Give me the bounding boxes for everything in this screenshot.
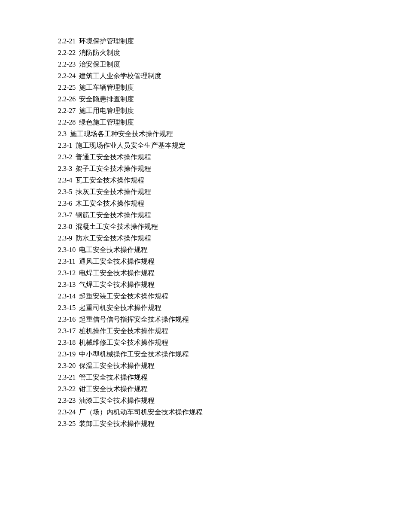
toc-entry-number: 2.3-24 (58, 408, 76, 416)
toc-entry-number: 2.3-25 (58, 420, 76, 427)
toc-entry: 2.2-21环境保护管理制度 (58, 35, 337, 47)
toc-entry-number: 2.3-15 (58, 304, 76, 311)
toc-entry-number: 2.3-9 (58, 234, 72, 242)
toc-entry: 2.3-22钳工安全技术操作规程 (58, 383, 337, 395)
toc-entry: 2.3-11通风工安全技术操作规程 (58, 255, 337, 267)
toc-entry-title: 起重安装工安全技术操作规程 (79, 292, 168, 300)
toc-entry-title: 机械维修工安全技术操作规程 (79, 339, 168, 346)
toc-entry: 2.3-14起重安装工安全技术操作规程 (58, 290, 337, 302)
toc-entry: 2.3施工现场各工种安全技术操作规程 (58, 128, 337, 140)
toc-entry-number: 2.3-21 (58, 374, 76, 381)
toc-entry-title: 油漆工安全技术操作规程 (79, 397, 155, 404)
toc-entry: 2.3-6木工安全技术操作规程 (58, 198, 337, 209)
toc-entry-title: 气焊工安全技术操作规程 (79, 281, 155, 288)
toc-entry-title: 电工安全技术操作规程 (79, 246, 148, 253)
toc-entry: 2.2-25施工车辆管理制度 (58, 82, 337, 93)
toc-entry: 2.3-24厂（场）内机动车司机安全技术操作规程 (58, 406, 337, 418)
toc-entry-title: 施工现场作业人员安全生产基本规定 (76, 142, 185, 149)
toc-entry-title: 施工现场各工种安全技术操作规程 (70, 130, 173, 137)
toc-entry-title: 厂（场）内机动车司机安全技术操作规程 (79, 408, 203, 416)
toc-entry-number: 2.3-4 (58, 176, 72, 184)
toc-entry: 2.2-27施工用电管理制度 (58, 105, 337, 116)
toc-entry-title: 抹灰工安全技术操作规程 (76, 188, 151, 195)
toc-entry-number: 2.2-27 (58, 107, 76, 114)
toc-entry: 2.3-13气焊工安全技术操作规程 (58, 279, 337, 290)
toc-entry: 2.3-3架子工安全技术操作规程 (58, 163, 337, 174)
toc-entry-title: 施工车辆管理制度 (79, 84, 134, 91)
toc-entry: 2.3-1施工现场作业人员安全生产基本规定 (58, 140, 337, 151)
toc-entry-number: 2.3-3 (58, 165, 72, 172)
toc-entry-title: 钳工安全技术操作规程 (79, 385, 148, 392)
toc-entry: 2.3-4瓦工安全技术操作规程 (58, 174, 337, 186)
toc-entry: 2.3-19中小型机械操作工安全技术操作规程 (58, 348, 337, 360)
toc-entry: 2.3-7钢筋工安全技术操作规程 (58, 209, 337, 221)
toc-entry: 2.3-10电工安全技术操作规程 (58, 244, 337, 255)
toc-entry-title: 钢筋工安全技术操作规程 (76, 211, 151, 219)
toc-entry-number: 2.3-17 (58, 327, 76, 334)
toc-entry-number: 2.2-25 (58, 84, 76, 91)
toc-entry: 2.3-17桩机操作工安全技术操作规程 (58, 325, 337, 337)
toc-entry-number: 2.3-14 (58, 292, 76, 300)
toc-entry-title: 保温工安全技术操作规程 (79, 362, 155, 369)
toc-entry: 2.3-2普通工安全技术操作规程 (58, 151, 337, 163)
toc-entry-number: 2.3-10 (58, 246, 76, 253)
toc-entry-title: 普通工安全技术操作规程 (76, 153, 151, 161)
toc-list: 2.2-21环境保护管理制度2.2-22消防防火制度2.2-23治安保卫制度2.… (58, 35, 337, 429)
toc-entry-title: 电焊工安全技术操作规程 (79, 269, 155, 277)
toc-entry: 2.3-25装卸工安全技术操作规程 (58, 418, 337, 429)
toc-entry-title: 桩机操作工安全技术操作规程 (79, 327, 168, 334)
toc-entry: 2.3-21管工安全技术操作规程 (58, 371, 337, 383)
toc-entry-number: 2.2-21 (58, 37, 76, 45)
toc-entry-number: 2.2-26 (58, 95, 76, 103)
toc-entry-number: 2.3-12 (58, 269, 76, 277)
toc-entry-title: 通风工安全技术操作规程 (79, 258, 155, 265)
toc-entry-title: 瓦工安全技术操作规程 (76, 176, 144, 184)
toc-entry-number: 2.3-13 (58, 281, 76, 288)
toc-entry-number: 2.3-23 (58, 397, 76, 404)
toc-entry-title: 起重司机安全技术操作规程 (79, 304, 161, 311)
toc-entry-number: 2.2-22 (58, 49, 76, 56)
toc-entry: 2.3-20保温工安全技术操作规程 (58, 360, 337, 371)
toc-entry: 2.2-23治安保卫制度 (58, 58, 337, 70)
toc-entry-title: 安全隐患排查制度 (79, 95, 134, 103)
toc-entry-number: 2.2-24 (58, 72, 76, 79)
toc-entry-title: 施工用电管理制度 (79, 107, 134, 114)
toc-entry: 2.3-23油漆工安全技术操作规程 (58, 395, 337, 406)
toc-entry-number: 2.3-20 (58, 362, 76, 369)
toc-entry-title: 起重信号信号指挥安全技术操作规程 (79, 316, 189, 323)
toc-entry-title: 环境保护管理制度 (79, 37, 134, 45)
toc-entry-title: 消防防火制度 (79, 49, 120, 56)
toc-entry-title: 绿色施工管理制度 (79, 119, 134, 126)
toc-entry-number: 2.3-11 (58, 258, 76, 265)
toc-entry-title: 木工安全技术操作规程 (76, 200, 144, 207)
toc-entry-number: 2.3-22 (58, 385, 76, 392)
toc-entry-number: 2.2-23 (58, 61, 76, 68)
toc-entry-number: 2.3-7 (58, 211, 72, 219)
toc-entry-number: 2.3-5 (58, 188, 72, 195)
toc-entry-title: 装卸工安全技术操作规程 (79, 420, 155, 427)
toc-entry-number: 2.3-16 (58, 316, 76, 323)
toc-entry-title: 混凝土工安全技术操作规程 (76, 223, 158, 230)
toc-entry: 2.3-18机械维修工安全技术操作规程 (58, 337, 337, 348)
toc-entry-title: 中小型机械操作工安全技术操作规程 (79, 350, 189, 358)
toc-entry-title: 防水工安全技术操作规程 (76, 234, 151, 242)
toc-entry-number: 2.3-19 (58, 350, 76, 358)
toc-entry: 2.3-8混凝土工安全技术操作规程 (58, 221, 337, 232)
toc-entry: 2.3-9防水工安全技术操作规程 (58, 232, 337, 244)
toc-entry: 2.2-24建筑工人业余学校管理制度 (58, 70, 337, 82)
toc-entry-number: 2.2-28 (58, 119, 76, 126)
toc-entry: 2.3-16起重信号信号指挥安全技术操作规程 (58, 313, 337, 325)
toc-entry-number: 2.3-18 (58, 339, 76, 346)
toc-entry-number: 2.3-6 (58, 200, 72, 207)
toc-entry-title: 建筑工人业余学校管理制度 (79, 72, 161, 79)
toc-entry-number: 2.3-2 (58, 153, 72, 161)
toc-entry-number: 2.3 (58, 130, 67, 137)
toc-entry-title: 管工安全技术操作规程 (79, 374, 148, 381)
toc-entry-title: 治安保卫制度 (79, 61, 120, 68)
toc-entry: 2.3-5抹灰工安全技术操作规程 (58, 186, 337, 198)
toc-entry-number: 2.3-8 (58, 223, 72, 230)
toc-entry: 2.2-22消防防火制度 (58, 47, 337, 58)
toc-entry: 2.2-28绿色施工管理制度 (58, 116, 337, 128)
toc-entry: 2.3-12电焊工安全技术操作规程 (58, 267, 337, 279)
toc-entry-number: 2.3-1 (58, 142, 72, 149)
